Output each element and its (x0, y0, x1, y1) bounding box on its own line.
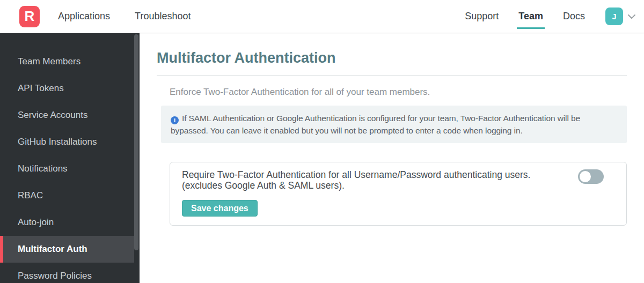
sidebar-item-multifactor-auth[interactable]: Multifactor Auth (0, 236, 134, 263)
page-title: Multifactor Authentication (157, 50, 627, 66)
sidebar-menu: Team Members API Tokens Service Accounts… (0, 33, 140, 283)
user-avatar[interactable]: J (605, 8, 623, 25)
nav-team[interactable]: Team (518, 0, 543, 33)
setting-label-line2: (excludes Google Auth & SAML users). (182, 180, 553, 191)
sidebar-item-service-accounts[interactable]: Service Accounts (0, 102, 134, 129)
info-icon: i (171, 116, 179, 124)
sidebar-scrollbar-thumb[interactable] (134, 34, 138, 250)
setting-label-line1: Require Two-Factor Authentication for al… (182, 169, 553, 180)
save-changes-button[interactable]: Save changes (182, 200, 258, 217)
sidebar-item-team-members[interactable]: Team Members (0, 48, 134, 75)
sidebar-item-auto-join[interactable]: Auto-join (0, 209, 134, 236)
nav-troubleshoot[interactable]: Troubleshoot (135, 0, 191, 33)
saml-bypass-info-note: iIf SAML Authentication or Google Authen… (161, 106, 627, 143)
main-content: Multifactor Authentication Enforce Two-F… (140, 33, 644, 283)
sidebar-item-notifications[interactable]: Notifications (0, 155, 134, 182)
require-2fa-toggle[interactable] (578, 169, 604, 184)
chevron-down-icon[interactable] (627, 14, 636, 19)
page-subtitle: Enforce Two-Factor Authentication for al… (170, 86, 627, 98)
info-note-text: If SAML Authentication or Google Authent… (171, 114, 580, 135)
sidebar-item-rbac[interactable]: RBAC (0, 182, 134, 209)
secondary-nav: Support Team Docs (465, 0, 585, 33)
app-body: Team Members API Tokens Service Accounts… (0, 33, 644, 283)
nav-applications[interactable]: Applications (58, 0, 110, 33)
sidebar-item-api-tokens[interactable]: API Tokens (0, 75, 134, 102)
toggle-knob (580, 171, 591, 182)
title-divider (157, 75, 627, 76)
rollbar-logo[interactable]: R (19, 6, 40, 27)
sidebar-item-github-installations[interactable]: GitHub Installations (0, 129, 134, 155)
team-settings-sidebar: Team Members API Tokens Service Accounts… (0, 33, 140, 283)
nav-docs[interactable]: Docs (563, 0, 585, 33)
sidebar-item-password-policies[interactable]: Password Policies (0, 263, 134, 283)
logo-letter: R (25, 8, 35, 25)
nav-support[interactable]: Support (465, 0, 499, 33)
primary-nav: Applications Troubleshoot (58, 0, 191, 33)
mfa-setting-card: Require Two-Factor Authentication for al… (170, 162, 627, 226)
setting-label: Require Two-Factor Authentication for al… (182, 169, 614, 191)
top-navbar: R Applications Troubleshoot Support Team… (0, 0, 644, 33)
